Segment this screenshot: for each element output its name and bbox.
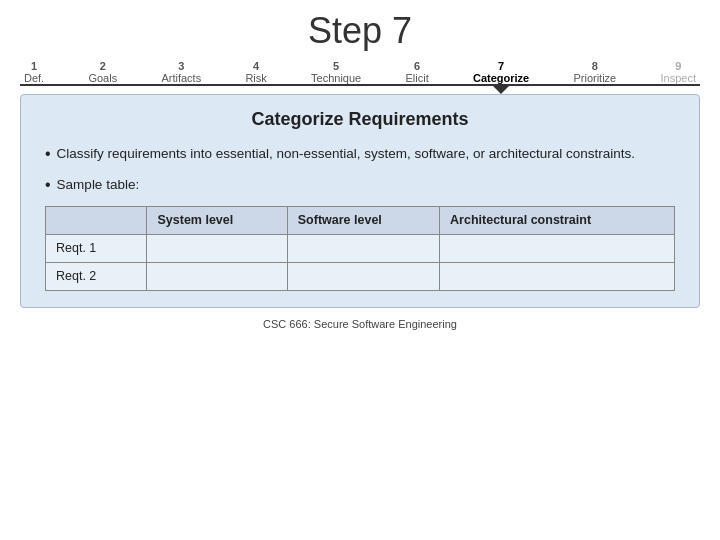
nav-pointer bbox=[491, 84, 511, 94]
table-cell-0-0: Reqt. 1 bbox=[46, 234, 147, 262]
table-cell-1-2 bbox=[287, 262, 439, 290]
step-number-3: 3 bbox=[178, 60, 184, 72]
step-nav-wrapper: 1Def.2Goals3Artifacts4Risk5Technique6Eli… bbox=[20, 60, 700, 86]
step-label-3: Artifacts bbox=[161, 72, 201, 84]
table-cell-1-3 bbox=[440, 262, 675, 290]
table-row: Reqt. 2 bbox=[46, 262, 675, 290]
table-cell-1-0: Reqt. 2 bbox=[46, 262, 147, 290]
table-header-2: Software level bbox=[287, 206, 439, 234]
step-label-1: Def. bbox=[24, 72, 44, 84]
step-item-6: 6Elicit bbox=[405, 60, 428, 84]
sample-table: System levelSoftware levelArchitectural … bbox=[45, 206, 675, 291]
table-header-3: Architectural constraint bbox=[440, 206, 675, 234]
bullet-2: • Sample table: bbox=[45, 175, 675, 196]
bullet-dot-1: • bbox=[45, 144, 51, 165]
step-item-3: 3Artifacts bbox=[161, 60, 201, 84]
table-header-1: System level bbox=[147, 206, 287, 234]
step-number-9: 9 bbox=[675, 60, 681, 72]
nav-divider bbox=[20, 84, 700, 86]
step-label-6: Elicit bbox=[405, 72, 428, 84]
step-number-7: 7 bbox=[498, 60, 504, 72]
step-number-6: 6 bbox=[414, 60, 420, 72]
step-label-5: Technique bbox=[311, 72, 361, 84]
step-item-4: 4Risk bbox=[245, 60, 266, 84]
table-row: Reqt. 1 bbox=[46, 234, 675, 262]
table-cell-0-3 bbox=[440, 234, 675, 262]
content-heading: Categorize Requirements bbox=[45, 109, 675, 130]
bullet-text-2: Sample table: bbox=[57, 175, 140, 195]
step-label-8: Prioritize bbox=[573, 72, 616, 84]
bullet-1: • Classify requirements into essential, … bbox=[45, 144, 675, 165]
step-item-7: 7Categorize bbox=[473, 60, 529, 84]
step-item-9: 9Inspect bbox=[661, 60, 696, 84]
step-number-4: 4 bbox=[253, 60, 259, 72]
table-cell-0-2 bbox=[287, 234, 439, 262]
step-label-4: Risk bbox=[245, 72, 266, 84]
bullet-dot-2: • bbox=[45, 175, 51, 196]
step-label-9: Inspect bbox=[661, 72, 696, 84]
content-box: Categorize Requirements • Classify requi… bbox=[20, 94, 700, 308]
step-number-1: 1 bbox=[31, 60, 37, 72]
table-cell-0-1 bbox=[147, 234, 287, 262]
step-number-2: 2 bbox=[100, 60, 106, 72]
step-nav: 1Def.2Goals3Artifacts4Risk5Technique6Eli… bbox=[20, 60, 700, 84]
step-label-7: Categorize bbox=[473, 72, 529, 84]
bullet-text-1: Classify requirements into essential, no… bbox=[57, 144, 636, 164]
table-header-0 bbox=[46, 206, 147, 234]
step-item-5: 5Technique bbox=[311, 60, 361, 84]
footer: CSC 666: Secure Software Engineering bbox=[263, 318, 457, 330]
step-item-1: 1Def. bbox=[24, 60, 44, 84]
page: Step 7 1Def.2Goals3Artifacts4Risk5Techni… bbox=[0, 0, 720, 540]
step-label-2: Goals bbox=[88, 72, 117, 84]
step-item-8: 8Prioritize bbox=[573, 60, 616, 84]
page-title: Step 7 bbox=[308, 10, 412, 52]
table-cell-1-1 bbox=[147, 262, 287, 290]
step-number-5: 5 bbox=[333, 60, 339, 72]
step-number-8: 8 bbox=[592, 60, 598, 72]
step-item-2: 2Goals bbox=[88, 60, 117, 84]
